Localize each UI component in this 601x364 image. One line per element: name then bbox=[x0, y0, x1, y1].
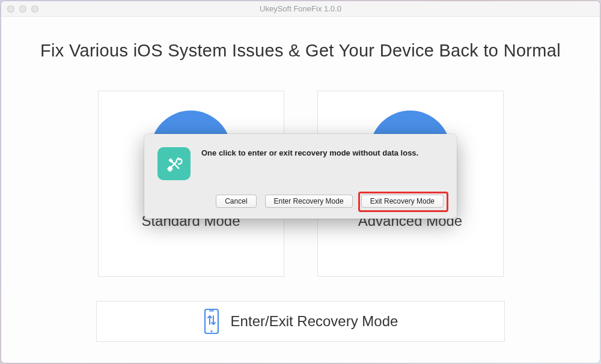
svg-rect-0 bbox=[205, 309, 218, 333]
titlebar: UkeySoft FoneFix 1.0.0 bbox=[1, 1, 600, 17]
app-window: UkeySoft FoneFix 1.0.0 Fix Various iOS S… bbox=[1, 1, 600, 363]
cancel-button[interactable]: Cancel bbox=[216, 195, 256, 208]
close-window-button[interactable] bbox=[7, 5, 14, 13]
enter-exit-recovery-bar[interactable]: Enter/Exit Recovery Mode bbox=[96, 301, 505, 342]
enter-exit-recovery-label: Enter/Exit Recovery Mode bbox=[231, 313, 398, 330]
zoom-window-button[interactable] bbox=[31, 5, 38, 13]
minimize-window-button[interactable] bbox=[19, 5, 26, 13]
recovery-mode-dialog: One click to enter or exit recovery mode… bbox=[144, 134, 457, 219]
page-title: Fix Various iOS System Issues & Get Your… bbox=[37, 41, 564, 61]
dialog-buttons: Cancel Enter Recovery Mode Exit Recovery… bbox=[157, 195, 444, 208]
svg-rect-1 bbox=[209, 311, 214, 312]
traffic-lights bbox=[7, 5, 38, 13]
enter-recovery-mode-button[interactable]: Enter Recovery Mode bbox=[265, 195, 353, 208]
dialog-body: One click to enter or exit recovery mode… bbox=[157, 147, 444, 180]
phone-arrows-icon bbox=[203, 308, 220, 335]
tools-icon bbox=[157, 147, 191, 180]
exit-recovery-mode-button[interactable]: Exit Recovery Mode bbox=[361, 195, 444, 208]
svg-point-2 bbox=[210, 330, 212, 332]
svg-rect-3 bbox=[167, 166, 172, 171]
dialog-message: One click to enter or exit recovery mode… bbox=[201, 147, 418, 157]
window-title: UkeySoft FoneFix 1.0.0 bbox=[1, 4, 600, 13]
main-content: Fix Various iOS System Issues & Get Your… bbox=[1, 17, 600, 363]
